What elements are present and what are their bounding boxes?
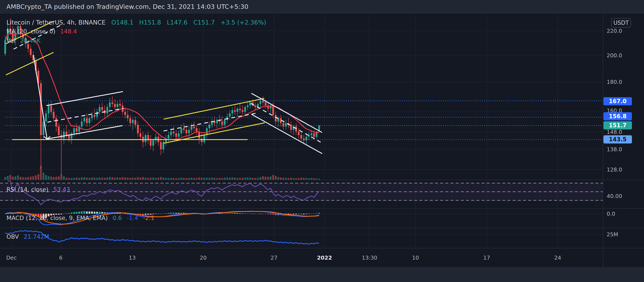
macd-legend[interactable]: MACD (12, 26, close, 9, EMA, EMA) 0.6 -1… — [6, 215, 154, 221]
price-badge: 167.0 — [604, 97, 632, 105]
volume-value: 28.46K — [20, 37, 40, 44]
price-tick: 0.0 — [607, 211, 615, 217]
ma-label[interactable]: MA (20, close, 0) — [6, 28, 56, 35]
rsi-legend[interactable]: RSI (14, close) 53.43 — [6, 186, 70, 193]
chart-canvas[interactable] — [0, 0, 644, 282]
price-tick: 128.0 — [607, 166, 622, 173]
time-label: 6 — [59, 255, 62, 261]
macd-hist-value: 0.6 — [112, 215, 122, 221]
ohlc-open: O148.1 — [111, 19, 133, 26]
symbol-title[interactable]: Litecoin / TetherUS, 4h, BINANCE — [6, 19, 106, 26]
price-tick: 25M — [607, 231, 618, 238]
volume-label[interactable]: Vol — [6, 37, 15, 44]
price-tick: 200.0 — [607, 52, 622, 59]
ohlc-close: C151.7 — [193, 19, 215, 26]
macd-label[interactable]: MACD (12, 26, close, 9, EMA, EMA) — [6, 215, 108, 221]
obv-label[interactable]: OBV — [6, 233, 19, 240]
time-label: 13 — [129, 255, 136, 261]
currency-button[interactable]: USDT — [611, 18, 631, 27]
time-label: 20 — [200, 255, 207, 261]
price-tick: 138.0 — [607, 146, 622, 152]
price-badge: 156.8 — [604, 112, 632, 121]
price-badge: 151.7 — [604, 121, 632, 130]
attribution-text: AMBCrypto_TA published on TradingView.co… — [6, 3, 248, 10]
time-label: 2022 — [317, 255, 332, 261]
price-tick: 180.0 — [607, 79, 622, 85]
price-badge: 143.5 — [604, 135, 632, 143]
footer-bar: TradingView — [0, 267, 644, 282]
volume-legend[interactable]: Vol 28.46K — [6, 37, 40, 44]
price-tick: 40.00 — [607, 193, 622, 199]
time-label: Dec — [6, 255, 16, 261]
rsi-label[interactable]: RSI (14, close) — [6, 186, 48, 193]
obv-value: 21.742M — [24, 233, 49, 240]
ma-value: 148.4 — [60, 28, 77, 35]
time-label: 27 — [270, 255, 278, 261]
time-label: 10 — [412, 255, 419, 261]
ohlc-high: H151.8 — [139, 19, 161, 26]
time-label: 17 — [483, 255, 490, 261]
rsi-value: 53.43 — [53, 186, 70, 193]
symbol-legend[interactable]: Litecoin / TetherUS, 4h, BINANCE O148.1 … — [6, 19, 266, 26]
time-label: 13:30 — [362, 255, 377, 261]
tradingview-snapshot: AMBCrypto_TA published on TradingView.co… — [0, 0, 644, 282]
attribution-bar: AMBCrypto_TA published on TradingView.co… — [0, 0, 644, 13]
time-label: 24 — [554, 255, 561, 261]
macd-signal-value: -2.1 — [143, 215, 154, 221]
macd-line-value: -1.4 — [127, 215, 138, 221]
price-tick: 220.0 — [607, 28, 622, 34]
obv-legend[interactable]: OBV 21.742M — [6, 233, 49, 240]
change-value: +3.5 (+2.36%) — [221, 19, 266, 26]
ohlc-low: L147.6 — [167, 19, 188, 26]
ma-legend[interactable]: MA (20, close, 0) 148.4 — [6, 28, 77, 35]
price-tick: 148.0 — [607, 129, 622, 135]
